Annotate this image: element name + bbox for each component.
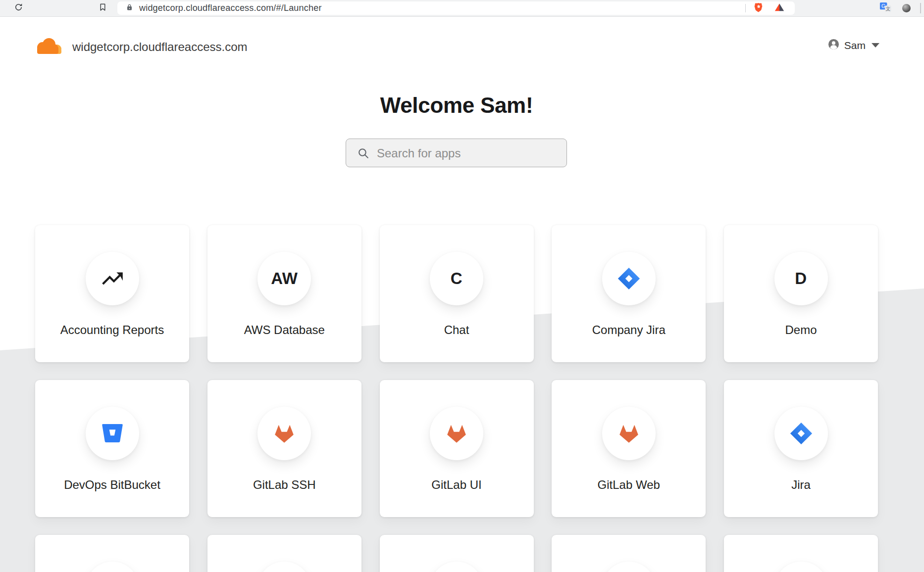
app-tile-devops-bitbucket[interactable]: DevOps BitBucket — [35, 380, 189, 517]
brave-shield-icon — [753, 2, 764, 15]
app-icon-circle: C — [430, 252, 483, 305]
gitlab-icon — [617, 422, 641, 445]
app-icon-circle — [86, 252, 139, 305]
app-tile-partial[interactable] — [552, 535, 706, 572]
app-tile-label: Company Jira — [552, 323, 706, 337]
app-initials: AW — [271, 269, 298, 288]
app-icon-circle: D — [774, 252, 828, 305]
search-input[interactable] — [376, 140, 561, 167]
bookmark-icon — [99, 3, 107, 13]
app-tile-gitlab-ssh[interactable]: GitLab SSH — [207, 380, 361, 517]
app-tile-demo[interactable]: DDemo — [724, 225, 878, 362]
app-tile-partial[interactable] — [724, 535, 878, 572]
toolbar-divider — [920, 3, 921, 13]
chevron-down-icon — [872, 43, 879, 48]
brave-rewards-button[interactable] — [774, 2, 785, 14]
app-tile-label: GitLab SSH — [207, 478, 361, 492]
app-tile-partial[interactable] — [35, 535, 189, 572]
app-tile-partial[interactable] — [380, 535, 534, 572]
translate-icon: G 文 — [879, 1, 892, 15]
app-icon-circle — [257, 562, 311, 572]
trending-up-icon — [100, 266, 125, 291]
user-menu[interactable]: Sam — [828, 39, 879, 52]
search-icon — [357, 147, 369, 161]
browser-toolbar: widgetcorp.cloudflareaccess.com/#/Launch… — [0, 0, 924, 17]
url-text: widgetcorp.cloudflareaccess.com/#/Launch… — [139, 1, 322, 15]
bookmark-button[interactable] — [96, 0, 109, 16]
app-icon-circle — [602, 562, 656, 572]
app-icon-circle — [774, 562, 828, 572]
app-tile-label: Accounting Reports — [35, 323, 189, 337]
app-icon-circle — [257, 407, 311, 460]
app-tile-label: Demo — [724, 323, 878, 337]
app-tile-gitlab-ui[interactable]: GitLab UI — [380, 380, 534, 517]
svg-text:文: 文 — [885, 6, 890, 11]
lock-icon — [125, 3, 134, 13]
jira-icon — [788, 421, 814, 446]
app-initials: D — [795, 269, 807, 288]
svg-text:G: G — [881, 3, 885, 9]
gitlab-icon — [272, 422, 296, 445]
brave-rewards-icon — [774, 2, 785, 15]
app-tile-label: DevOps BitBucket — [35, 478, 189, 492]
app-tile-gitlab-web[interactable]: GitLab Web — [552, 380, 706, 517]
user-name: Sam — [844, 40, 866, 51]
bitbucket-icon — [100, 421, 125, 446]
app-tile-label: AWS Database — [207, 323, 361, 337]
cloudflare-access-logo[interactable]: widgetcorp.cloudflareaccess.com — [34, 36, 248, 58]
app-tile-company-jira[interactable]: Company Jira — [552, 225, 706, 362]
site-security-button[interactable] — [125, 1, 134, 15]
app-icon-circle — [430, 562, 483, 572]
gitlab-icon — [445, 422, 468, 445]
app-tile-aws-database[interactable]: AWAWS Database — [207, 225, 361, 362]
reload-button[interactable] — [12, 0, 25, 16]
app-tile-label: GitLab Web — [552, 478, 706, 492]
content-area: Welcome Sam! Accounting ReportsAWAWS Dat… — [35, 0, 878, 572]
jira-icon — [616, 266, 642, 291]
app-icon-circle — [430, 407, 483, 460]
app-tile-chat[interactable]: CChat — [380, 225, 534, 362]
reload-icon — [14, 2, 23, 14]
apps-grid: Accounting ReportsAWAWS DatabaseCChatCom… — [35, 225, 878, 572]
brave-shield-button[interactable] — [753, 2, 764, 14]
address-bar-divider — [745, 4, 746, 12]
app-icon-circle — [774, 407, 828, 460]
app-icon-circle: AW — [257, 252, 311, 305]
app-tile-jira[interactable]: Jira — [724, 380, 878, 517]
app-tile-label: Jira — [724, 478, 878, 492]
person-icon — [828, 39, 839, 52]
app-icon-circle — [86, 562, 139, 572]
welcome-heading: Welcome Sam! — [35, 93, 878, 118]
app-tile-label: Chat — [380, 323, 534, 337]
profile-sphere-icon[interactable] — [902, 4, 911, 12]
app-icon-circle — [602, 252, 656, 305]
app-search-box[interactable] — [346, 139, 567, 167]
page-header: widgetcorp.cloudflareaccess.com Sam — [0, 16, 924, 71]
app-tile-accounting-reports[interactable]: Accounting Reports — [35, 225, 189, 362]
translate-extension-button[interactable]: G 文 — [878, 0, 892, 16]
app-icon-circle — [602, 407, 656, 460]
app-initials: C — [451, 269, 462, 288]
app-tile-label: GitLab UI — [380, 478, 534, 492]
app-icon-circle — [86, 407, 139, 460]
cloudflare-cloud-icon — [34, 36, 65, 58]
browser-window: widgetcorp.cloudflareaccess.com/#/Launch… — [0, 0, 924, 572]
address-bar[interactable]: widgetcorp.cloudflareaccess.com/#/Launch… — [117, 1, 795, 15]
organization-domain: widgetcorp.cloudflareaccess.com — [72, 40, 248, 54]
app-tile-partial[interactable] — [207, 535, 361, 572]
